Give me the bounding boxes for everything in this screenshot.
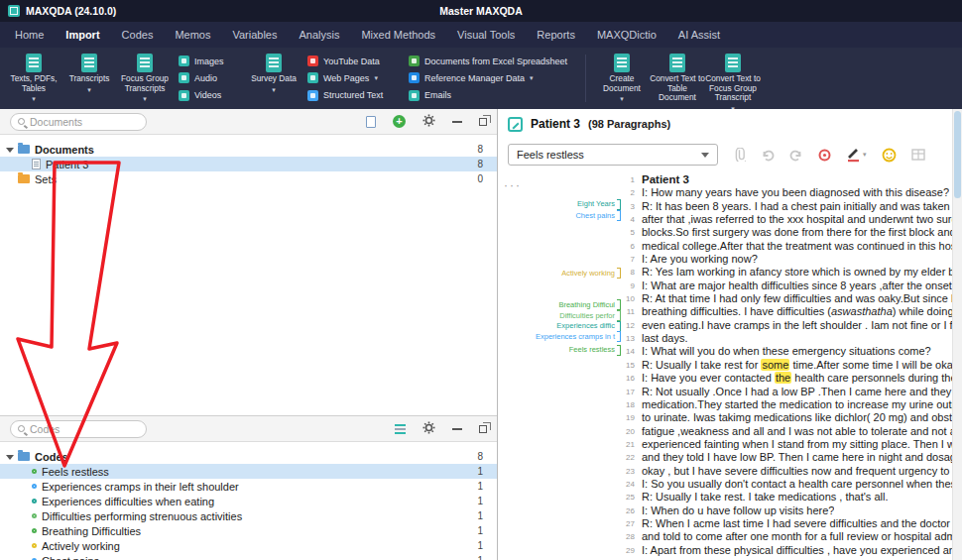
menu-item[interactable]: Codes — [111, 22, 165, 48]
document-line[interactable]: 19to urinate. Iwas takimg medications li… — [622, 411, 952, 424]
menu-item[interactable]: Reports — [526, 22, 586, 48]
scrollbar-thumb[interactable] — [954, 111, 961, 198]
document-line[interactable]: 28and told to come after one month for a… — [622, 530, 952, 543]
settings-gear-icon[interactable] — [422, 113, 435, 131]
margin-code-label[interactable]: Experiences cramps in t — [536, 331, 621, 342]
menu-item[interactable]: Analysis — [288, 22, 350, 48]
document-line[interactable]: 24I: So you usually don't contact a heal… — [622, 478, 952, 491]
tree-row[interactable]: Difficulties performing strenuous activi… — [0, 508, 497, 523]
code-in-vivo-icon[interactable] — [818, 149, 831, 162]
tree-row[interactable]: Experiences difficulties when eating 1 — [0, 494, 497, 508]
codes-search-input[interactable]: Codes — [10, 420, 147, 438]
document-line[interactable]: 29I: Apart from these physical difficult… — [622, 544, 952, 557]
new-document-icon[interactable] — [366, 116, 376, 128]
ribbon-item[interactable]: Reference Manager Data ▾ — [409, 72, 577, 83]
collapse-panel-icon[interactable] — [452, 121, 462, 123]
ribbon-button[interactable]: Convert Text to Focus Group Transcript ▾ — [705, 51, 761, 106]
expand-chevron-icon[interactable] — [6, 145, 15, 154]
table-view-icon[interactable] — [911, 149, 925, 161]
ribbon-item[interactable]: Emails — [409, 90, 577, 101]
margin-code-label[interactable]: Feels restless — [569, 345, 621, 356]
ribbon-button[interactable]: Create Document ▾ — [594, 51, 650, 106]
document-line[interactable]: 6medical college.After that the treatmen… — [622, 240, 952, 253]
document-text-area[interactable]: ··· Eight YearsChest painsActively worki… — [498, 170, 952, 560]
document-line[interactable]: 2I: How many years have you been diagnos… — [622, 186, 952, 199]
menu-item[interactable]: AI Assist — [667, 22, 731, 48]
undock-panel-icon[interactable] — [479, 118, 487, 126]
ribbon-item[interactable]: YouTube Data — [307, 56, 403, 66]
menu-item[interactable]: Home — [4, 22, 55, 48]
margin-code-label[interactable]: Actively working — [561, 268, 621, 279]
undo-coding-icon[interactable] — [761, 149, 775, 162]
menu-item[interactable]: Variables — [221, 22, 288, 48]
tree-row[interactable]: Chest pains 1 — [0, 553, 497, 560]
add-document-button[interactable]: + — [393, 115, 406, 128]
menu-item[interactable]: MAXQDictio — [586, 22, 667, 48]
margin-code-label[interactable]: Eight Years — [577, 199, 621, 210]
document-line[interactable]: 8R: Yes Iam working in afancy store whic… — [622, 266, 952, 279]
menu-item[interactable]: Mixed Methods — [350, 22, 446, 48]
ribbon-item[interactable]: Web Pages ▾ — [307, 72, 403, 83]
tree-row[interactable]: Sets 0 — [0, 171, 497, 186]
document-line[interactable]: 7I: Are you working now? — [622, 253, 952, 266]
undock-panel-icon[interactable] — [479, 425, 487, 433]
redo-coding-icon[interactable] — [789, 149, 803, 162]
document-line[interactable]: 15R: Usually I take rest for some time.A… — [622, 359, 952, 372]
document-line[interactable]: 27R: When I acme last time I had severe … — [622, 517, 952, 530]
ribbon-button[interactable]: Survey Data ▾ — [246, 51, 301, 106]
margin-code-label[interactable]: Difficulties perfor — [559, 310, 621, 321]
document-line[interactable]: 25R: Usually I take rest. I take medicat… — [622, 491, 952, 504]
ribbon-button[interactable]: Convert Text to Table Document — [650, 51, 705, 106]
document-line[interactable]: 5blocks.So first surgery was done from t… — [622, 226, 952, 239]
document-line[interactable]: 10R: At that time I had only few difficu… — [622, 292, 952, 305]
document-line[interactable]: 1Patient 3 — [622, 173, 952, 186]
document-line[interactable]: 22and they told I have low BP. Then I ca… — [622, 451, 952, 464]
document-line[interactable]: 11breathing difficulties. I have difficu… — [622, 305, 952, 318]
margin-code-label[interactable]: Experiences diffic — [556, 321, 621, 332]
document-line[interactable]: 23okay , but I have severe difficulties … — [622, 465, 952, 478]
tree-row[interactable]: Breathing Difficulties 1 — [0, 523, 497, 538]
ribbon-item[interactable]: Audio — [179, 72, 240, 83]
tree-row[interactable]: Actively working 1 — [0, 538, 497, 553]
document-line[interactable]: 14I: What will you do when these emergen… — [622, 345, 952, 358]
settings-gear-icon[interactable] — [422, 420, 435, 438]
document-line[interactable]: 4after that ,iwas referred to the xxx ho… — [622, 213, 952, 226]
collapse-panel-icon[interactable] — [452, 428, 462, 430]
ribbon-item[interactable]: Structured Text — [307, 90, 403, 101]
vertical-scrollbar[interactable] — [952, 109, 962, 560]
tree-row[interactable]: Experiences cramps in their left shoulde… — [0, 479, 497, 494]
margin-code-label[interactable]: Breathing Difficul — [558, 299, 621, 310]
margin-code-label[interactable]: Chest pains — [575, 210, 621, 221]
document-line[interactable]: 13last days. — [622, 332, 952, 345]
documents-search-input[interactable]: Documents — [10, 113, 147, 131]
ribbon-item[interactable]: Documents from Excel Spreadsheet — [409, 56, 577, 66]
ribbon-item[interactable]: Images — [179, 56, 240, 66]
ribbon-button[interactable]: Transcripts ▾ — [61, 51, 117, 106]
tree-row[interactable]: Codes 8 — [0, 449, 497, 464]
ribbon-item[interactable]: Videos — [179, 90, 240, 101]
attach-code-icon[interactable] — [733, 148, 746, 162]
document-line[interactable]: 9I: What are major health difficulties s… — [622, 280, 952, 292]
document-line[interactable]: 12even eating.I have cramps in the left … — [622, 319, 952, 332]
highlight-pen-icon[interactable]: ▾ — [846, 147, 867, 163]
tree-row[interactable]: Patient 3 8 — [0, 157, 497, 171]
document-line[interactable]: 21experienced fainting when I stand from… — [622, 438, 952, 451]
menu-item[interactable]: Import — [55, 22, 110, 48]
tree-row[interactable]: Feels restless 1 — [0, 464, 497, 479]
emoticode-icon[interactable] — [882, 148, 897, 163]
document-line[interactable]: 26I: When do u have follow up visits her… — [622, 504, 952, 517]
tree-row[interactable]: Documents 8 — [0, 142, 497, 157]
document-line[interactable]: 16I: Have you ever contacted the health … — [622, 372, 952, 385]
expand-chevron-icon[interactable] — [6, 452, 15, 461]
document-line[interactable]: 17R: Not usually .Once I had a low BP .T… — [622, 386, 952, 398]
code-selector-dropdown[interactable]: Feels restless — [508, 144, 718, 166]
menu-item[interactable]: Memos — [164, 22, 221, 48]
document-line[interactable]: 18medication.They started the medication… — [622, 398, 952, 411]
document-line[interactable]: 3R: It has been 8 years. I had a chest p… — [622, 200, 952, 213]
ribbon-button[interactable]: Texts, PDFs, Tables ▾ — [6, 51, 61, 106]
coding-stripes-icon[interactable] — [395, 424, 406, 434]
margin-overflow-indicator[interactable]: ··· — [504, 178, 522, 192]
document-line[interactable]: 20fatigue ,weakness and all and I was no… — [622, 425, 952, 438]
menu-item[interactable]: Visual Tools — [446, 22, 526, 48]
ribbon-button[interactable]: Focus Group Transcripts ▾ — [117, 51, 173, 106]
